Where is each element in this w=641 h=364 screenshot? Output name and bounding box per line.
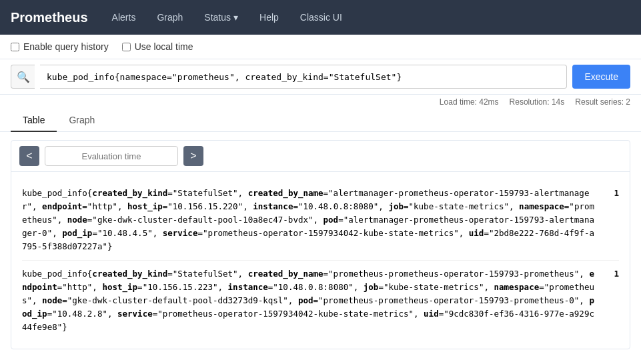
nav-item-classic-ui[interactable]: Classic UI xyxy=(292,8,350,27)
nav-item-graph[interactable]: Graph xyxy=(149,8,191,27)
resolution: Resolution: 14s xyxy=(510,97,565,107)
result-value-1: 1 xyxy=(606,187,619,200)
load-time: Load time: 42ms xyxy=(440,97,499,107)
use-local-time-label[interactable]: Use local time xyxy=(122,41,193,52)
table-row: kube_pod_info{created_by_kind="StatefulS… xyxy=(22,180,619,261)
results-body: kube_pod_info{created_by_kind="StatefulS… xyxy=(11,172,630,349)
result-value-2: 1 xyxy=(606,267,619,281)
tabs-row: Table Graph xyxy=(0,109,641,132)
result-metric-2: kube_pod_info{created_by_kind="StatefulS… xyxy=(22,267,598,334)
nav-item-status[interactable]: Status ▾ xyxy=(196,8,246,27)
result-series: Result series: 2 xyxy=(575,97,630,107)
nav-item-help[interactable]: Help xyxy=(251,8,287,27)
eval-next-button[interactable]: > xyxy=(183,146,203,166)
results-meta: Load time: 42ms Resolution: 14s Result s… xyxy=(0,95,641,109)
nav-item-alerts[interactable]: Alerts xyxy=(104,8,144,27)
tab-graph[interactable]: Graph xyxy=(57,109,107,132)
eval-time-row: < > xyxy=(11,141,630,172)
table-row: kube_pod_info{created_by_kind="StatefulS… xyxy=(22,261,619,341)
execute-button[interactable]: Execute xyxy=(572,65,630,89)
search-icon: 🔍 xyxy=(11,65,35,89)
query-input[interactable] xyxy=(40,65,567,89)
navbar: Prometheus Alerts Graph Status ▾ Help Cl… xyxy=(0,0,641,35)
result-metric-1: kube_pod_info{created_by_kind="StatefulS… xyxy=(22,187,598,253)
use-local-time-checkbox[interactable] xyxy=(122,43,131,51)
eval-prev-button[interactable]: < xyxy=(19,146,39,166)
query-bar: 🔍 Execute xyxy=(0,59,641,95)
options-row: Enable query history Use local time xyxy=(0,35,641,59)
tab-table[interactable]: Table xyxy=(11,109,57,132)
enable-query-history-label[interactable]: Enable query history xyxy=(11,41,109,52)
panel-area: < > kube_pod_info{created_by_kind="State… xyxy=(11,140,630,349)
chevron-down-icon: ▾ xyxy=(233,12,238,23)
enable-query-history-checkbox[interactable] xyxy=(11,43,19,51)
eval-time-input[interactable] xyxy=(45,146,178,166)
footer-row: Remove Panel xyxy=(0,357,641,364)
navbar-brand: Prometheus xyxy=(11,10,88,25)
